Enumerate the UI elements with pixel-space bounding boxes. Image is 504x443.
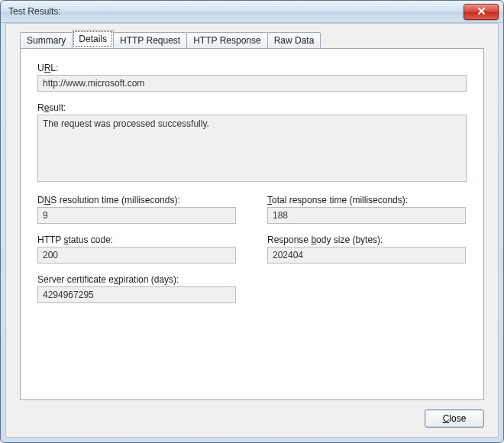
body-size-label: Response body size (bytes): bbox=[267, 234, 467, 245]
tab-http-request[interactable]: HTTP Request bbox=[113, 32, 187, 49]
field-cert-expiration: Server certificate expiration (days): bbox=[37, 274, 237, 303]
url-value[interactable] bbox=[37, 75, 467, 92]
cert-exp-label: Server certificate expiration (days): bbox=[37, 274, 237, 285]
tab-details[interactable]: Details bbox=[72, 30, 114, 48]
tab-label: Details bbox=[79, 34, 107, 44]
tab-summary[interactable]: Summary bbox=[20, 32, 73, 49]
field-body-size: Response body size (bytes): bbox=[267, 234, 467, 264]
window-close-button[interactable] bbox=[464, 4, 499, 20]
result-value[interactable] bbox=[37, 115, 467, 182]
dialog-window: Test Results: Summary Details HTTP Reque… bbox=[0, 0, 504, 443]
window-title: Test Results: bbox=[8, 6, 464, 17]
close-icon bbox=[477, 8, 486, 15]
body-size-value[interactable] bbox=[267, 247, 466, 264]
total-response-value[interactable] bbox=[267, 207, 466, 224]
close-button[interactable]: Close bbox=[425, 409, 484, 428]
dns-label: DNS resolution time (milliseconds): bbox=[37, 195, 237, 205]
status-code-label: HTTP status code: bbox=[37, 234, 237, 245]
field-dns-time: DNS resolution time (milliseconds): bbox=[37, 195, 237, 224]
tab-http-response[interactable]: HTTP Response bbox=[186, 32, 267, 49]
field-total-response-time: Total response time (milliseconds): bbox=[267, 195, 467, 224]
tab-label: Summary bbox=[27, 35, 66, 46]
tab-panel-details: URL: Result: DNS resolution time (millis… bbox=[20, 48, 484, 400]
tab-raw-data[interactable]: Raw Data bbox=[267, 32, 321, 49]
url-label: URL: bbox=[37, 63, 467, 73]
cert-exp-value[interactable] bbox=[37, 286, 236, 303]
result-label: Result: bbox=[37, 102, 467, 113]
status-code-value[interactable] bbox=[37, 247, 236, 264]
total-response-label: Total response time (milliseconds): bbox=[267, 195, 467, 205]
dialog-button-bar: Close bbox=[425, 409, 484, 428]
tab-strip: Summary Details HTTP Request HTTP Respon… bbox=[20, 31, 484, 48]
title-bar: Test Results: bbox=[1, 1, 503, 23]
field-result: Result: bbox=[37, 102, 467, 184]
dns-value[interactable] bbox=[37, 207, 236, 224]
tab-label: HTTP Request bbox=[120, 35, 180, 46]
field-status-code: HTTP status code: bbox=[37, 234, 237, 264]
field-url: URL: bbox=[37, 63, 467, 92]
tab-label: HTTP Response bbox=[193, 35, 260, 46]
tab-label: Raw Data bbox=[274, 35, 315, 46]
client-area: Summary Details HTTP Request HTTP Respon… bbox=[5, 23, 499, 438]
